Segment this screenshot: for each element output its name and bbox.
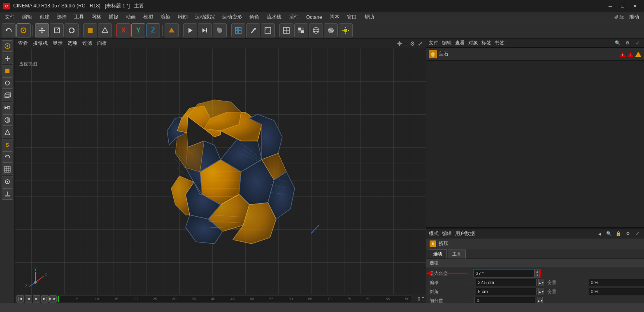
max-angle-down-arrow[interactable]: ▼ (536, 273, 539, 277)
obj-settings-icon[interactable]: ⚙ (623, 39, 632, 47)
left-btn-grid[interactable] (2, 164, 13, 175)
menu-render[interactable]: 渲染 (157, 13, 174, 22)
bevel-up[interactable]: ▲ (539, 290, 542, 293)
axis-y-button[interactable]: Y (131, 23, 145, 37)
vp-menu-view[interactable]: 查看 (18, 40, 28, 47)
offset-var-input[interactable] (589, 279, 644, 286)
left-btn-select[interactable] (2, 40, 13, 52)
view3d-button[interactable] (231, 23, 245, 37)
offset-down[interactable]: ▼ (541, 281, 544, 284)
vp-maximize-icon[interactable]: ⤢ (418, 40, 423, 47)
left-btn-halfcircle[interactable] (2, 114, 13, 126)
grid-button[interactable] (279, 23, 293, 37)
timeline-play-btn[interactable]: ► (33, 295, 40, 303)
close-button[interactable]: ✕ (629, 2, 641, 10)
world-space-button[interactable] (165, 23, 179, 37)
vp-settings-icon[interactable]: ⚙ (410, 40, 415, 47)
subdivision-up[interactable]: ▲ (537, 299, 540, 302)
scale-tool-button[interactable] (50, 23, 64, 37)
viewport[interactable]: 查看 摄像机 显示 选项 过滤 面板 ✥ ↕ ⚙ ⤢ 透视视图 (15, 39, 426, 303)
light-button[interactable] (339, 23, 353, 37)
max-angle-input[interactable] (474, 270, 534, 277)
left-btn-box[interactable] (2, 90, 13, 101)
timeline-next-btn[interactable]: ►| (41, 295, 49, 303)
vp-menu-filter[interactable]: 过滤 (82, 40, 92, 47)
menu-help[interactable]: 帮助 (361, 13, 377, 22)
menu-script[interactable]: 脚本 (326, 13, 343, 22)
maximize-button[interactable]: □ (617, 2, 628, 10)
vp-menu-camera[interactable]: 摄像机 (33, 40, 48, 47)
vp-move-icon[interactable]: ✥ (397, 40, 402, 47)
menu-edit[interactable]: 编辑 (19, 13, 35, 22)
timeline-start-btn[interactable]: |◄ (16, 295, 24, 303)
obj-list[interactable] (426, 61, 644, 227)
record-button[interactable] (213, 23, 227, 37)
props-back-icon[interactable]: ◄ (595, 230, 604, 238)
left-btn-circle2[interactable] (2, 176, 13, 187)
play-button[interactable] (183, 23, 197, 37)
frame-strip[interactable]: 0 5 10 15 20 25 30 35 40 45 50 55 60 65 … (58, 296, 411, 302)
menu-character[interactable]: 角色 (246, 13, 263, 22)
move-tool-button[interactable] (35, 23, 49, 37)
obj-menu-tags[interactable]: 标签 (481, 39, 491, 46)
axis-z-button[interactable]: Z (146, 23, 160, 37)
menu-snap[interactable]: 捕捉 (105, 13, 122, 22)
props-menu-userdata[interactable]: 用户数据 (455, 230, 475, 237)
menu-window[interactable]: 窗口 (344, 13, 360, 22)
left-btn-bottom[interactable] (2, 188, 13, 200)
interface-mode[interactable]: 雕动 (626, 13, 642, 22)
vp-menu-options[interactable]: 选项 (67, 40, 77, 47)
timeline-prev-btn[interactable]: ◄ (25, 295, 32, 303)
title-bar-right[interactable]: ─ □ ✕ (604, 2, 641, 10)
props-lock-icon[interactable]: 🔒 (614, 230, 623, 238)
left-btn-camera[interactable] (2, 102, 13, 113)
paint-button[interactable] (246, 23, 260, 37)
menu-select[interactable]: 选择 (53, 13, 70, 22)
vp-zoom-icon[interactable]: ↕ (405, 40, 407, 47)
bevel-input[interactable] (476, 288, 537, 295)
props-menu-edit[interactable]: 编辑 (442, 230, 452, 237)
material-button[interactable] (324, 23, 338, 37)
tab-tools[interactable]: 工具 (448, 250, 466, 259)
left-btn-circle[interactable] (2, 77, 13, 89)
props-menu-mode[interactable]: 模式 (429, 230, 439, 237)
menu-pipeline[interactable]: 流水线 (263, 13, 285, 22)
menu-file[interactable]: 文件 (2, 13, 18, 22)
obj-menu-view[interactable]: 查看 (455, 39, 465, 46)
scene-tool-button[interactable] (98, 23, 112, 37)
texture-button[interactable] (261, 23, 275, 37)
subdivision-down[interactable]: ▼ (540, 299, 543, 302)
max-angle-up-arrow[interactable]: ▲ (536, 270, 539, 273)
menu-motiontrack[interactable]: 运动跟踪 (192, 13, 218, 22)
undo-button[interactable] (2, 23, 16, 37)
menu-sculpt[interactable]: 雕刻 (174, 13, 191, 22)
play-forward-button[interactable] (198, 23, 212, 37)
vp-menu-panel[interactable]: 面板 (97, 40, 107, 47)
vp-menu-display[interactable]: 显示 (53, 40, 63, 47)
offset-up[interactable]: ▲ (539, 281, 542, 284)
obj-menu-object[interactable]: 对象 (468, 39, 478, 46)
left-btn-move[interactable] (2, 53, 13, 64)
object-tool-button[interactable] (83, 23, 97, 37)
left-btn-undo[interactable] (2, 151, 13, 163)
offset-stepper[interactable]: ▲ ▼ (538, 279, 544, 286)
menu-octane[interactable]: Octane (303, 13, 325, 22)
props-maximize-icon[interactable]: ⤢ (633, 230, 642, 238)
obj-maximize-icon[interactable]: ⤢ (633, 39, 642, 47)
obj-search-icon[interactable]: 🔍 (614, 39, 622, 47)
left-btn-triangle[interactable] (2, 127, 13, 138)
menu-mesh[interactable]: 网格 (88, 13, 105, 22)
menu-tools[interactable]: 工具 (71, 13, 87, 22)
minimize-button[interactable]: ─ (604, 2, 616, 10)
left-btn-square[interactable] (2, 65, 13, 76)
menu-motiontransform[interactable]: 运动变形 (219, 13, 245, 22)
menu-anim[interactable]: 动画 (123, 13, 139, 22)
subdivision-input[interactable] (474, 297, 535, 303)
bevel-down[interactable]: ▼ (541, 290, 544, 293)
sphere-button[interactable] (309, 23, 323, 37)
checkerboard-button[interactable] (294, 23, 308, 37)
axis-x-button[interactable]: X (116, 23, 130, 37)
props-search-icon[interactable]: 🔍 (605, 230, 613, 238)
live-selection-button[interactable] (16, 23, 30, 37)
tab-options[interactable]: 选项 (429, 249, 447, 259)
